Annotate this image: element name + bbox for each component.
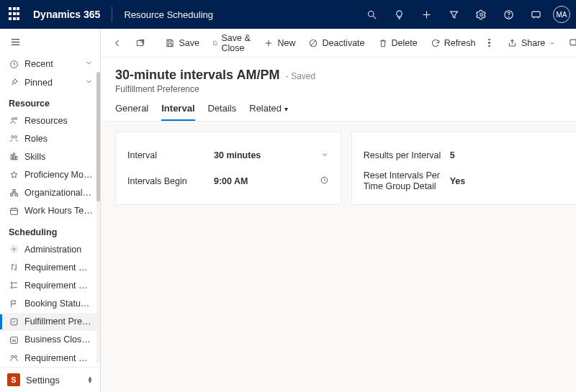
- sidebar-item-label: Organizational Un…: [24, 188, 93, 198]
- lightbulb-icon[interactable]: [389, 4, 409, 24]
- sidebar-item-label: Booking Statuses: [24, 298, 93, 309]
- svg-rect-37: [168, 43, 172, 46]
- field-value: 5: [450, 150, 565, 160]
- skills-icon: [9, 152, 19, 162]
- svg-point-12: [12, 118, 14, 120]
- roles-icon: [9, 134, 19, 144]
- svg-point-14: [11, 136, 13, 138]
- chevron-down-icon: ▾: [284, 105, 288, 113]
- field-results-per-interval[interactable]: Results per Interval 5: [364, 142, 565, 168]
- app-launcher-icon[interactable]: [9, 7, 23, 22]
- svg-rect-19: [12, 189, 14, 191]
- main-content: Save Save & Close New Deactivate Delete …: [101, 29, 576, 392]
- field-interval[interactable]: Interval 30 minutes: [127, 142, 329, 168]
- svg-line-1: [373, 16, 376, 19]
- sidebar-item-reqgroups[interactable]: Requirement Gro…: [0, 349, 100, 367]
- sidebar-item-skills[interactable]: Skills: [0, 147, 100, 165]
- sidebar-item-label: Work Hours Temp…: [24, 206, 93, 216]
- new-button[interactable]: New: [259, 35, 300, 51]
- area-switcher[interactable]: S Settings ▲▼: [0, 367, 100, 392]
- user-avatar[interactable]: MA: [553, 6, 570, 23]
- svg-rect-17: [13, 154, 14, 160]
- field-label: Intervals Begin: [127, 176, 214, 186]
- tab-details[interactable]: Details: [208, 103, 237, 121]
- settings-icon[interactable]: [471, 4, 491, 24]
- svg-rect-36: [168, 40, 171, 42]
- save-close-button[interactable]: Save & Close: [208, 30, 256, 56]
- org-icon: [9, 188, 19, 198]
- sidebar-item-orgunits[interactable]: Organizational Un…: [0, 184, 100, 202]
- svg-line-41: [311, 40, 316, 45]
- svg-rect-18: [15, 157, 17, 160]
- chevron-down-icon[interactable]: [320, 150, 329, 161]
- priority-icon: [9, 263, 19, 273]
- sidebar-pinned[interactable]: Pinned: [0, 73, 100, 91]
- assistant-panel-button[interactable]: [564, 35, 576, 51]
- refresh-button[interactable]: Refresh: [426, 35, 480, 51]
- share-button[interactable]: Share: [503, 35, 560, 51]
- card-right: Results per Interval 5 Reset Intervals P…: [351, 132, 576, 205]
- flag-icon: [9, 298, 19, 309]
- sidebar-item-closures[interactable]: Business Closures: [0, 331, 100, 349]
- page-title: 30-minute intervals AM/PM: [115, 68, 279, 82]
- sidebar-item-resources[interactable]: Resources: [0, 111, 100, 129]
- tab-related[interactable]: Related▾: [249, 103, 288, 121]
- divider: [112, 6, 112, 22]
- sidebar-item-label: Requirement Gro…: [24, 353, 93, 363]
- chevron-down-icon: [85, 78, 93, 88]
- sidebar-item-label: Pinned: [24, 78, 79, 88]
- module-label: Resource Scheduling: [124, 9, 213, 20]
- sidebar-item-fulfillment[interactable]: Fulfillment Prefer…: [0, 313, 100, 331]
- back-button[interactable]: [108, 35, 127, 51]
- sidebar-section-scheduling: Scheduling: [0, 220, 100, 240]
- help-icon[interactable]: [498, 4, 518, 24]
- svg-point-6: [508, 17, 509, 17]
- filter-icon[interactable]: [444, 4, 464, 24]
- svg-rect-20: [10, 193, 12, 196]
- form-body: Interval 30 minutes Intervals Begin 9:00…: [101, 122, 576, 392]
- sidebar-item-label: Skills: [24, 152, 93, 162]
- delete-button[interactable]: Delete: [374, 35, 422, 51]
- sidebar-item-roles[interactable]: Roles: [0, 129, 100, 147]
- clock-icon: [9, 59, 19, 69]
- sidebar-item-proficiency[interactable]: Proficiency Models: [0, 166, 100, 184]
- field-value: Yes: [450, 176, 565, 186]
- sidebar-item-label: Fulfillment Prefer…: [24, 316, 93, 327]
- pin-icon: [9, 78, 19, 88]
- sidebar-item-workhours[interactable]: Work Hours Temp…: [0, 202, 100, 220]
- search-icon[interactable]: [361, 4, 382, 24]
- tab-general[interactable]: General: [115, 103, 148, 121]
- sidebar-item-bookingstatuses[interactable]: Booking Statuses: [0, 294, 100, 312]
- sidebar-item-label: Resources: [24, 116, 93, 126]
- add-icon[interactable]: [416, 4, 436, 24]
- sidebar-item-reqpriority[interactable]: Requirement Prior…: [0, 258, 100, 276]
- sidebar: Recent Pinned Resource Resources Roles S…: [0, 29, 101, 392]
- sidebar-recent[interactable]: Recent: [0, 55, 100, 73]
- open-new-window-button[interactable]: [131, 35, 150, 51]
- sidebar-item-label: Proficiency Models: [24, 170, 93, 180]
- hamburger-icon[interactable]: [0, 29, 100, 55]
- global-nav-bar: Dynamics 365 Resource Scheduling MA: [0, 0, 576, 29]
- sidebar-item-label: Requirement Prior…: [24, 263, 93, 273]
- sidebar-item-administration[interactable]: Administration: [0, 240, 100, 258]
- svg-point-34: [14, 355, 17, 357]
- svg-point-27: [11, 283, 12, 284]
- calendar-icon: [9, 206, 19, 216]
- svg-rect-42: [570, 40, 576, 45]
- svg-point-13: [14, 118, 17, 120]
- field-value: 30 minutes: [214, 150, 329, 161]
- overflow-button[interactable]: [484, 36, 495, 50]
- svg-point-28: [11, 287, 12, 288]
- svg-point-4: [480, 13, 482, 16]
- field-intervals-begin[interactable]: Intervals Begin 9:00 AM: [127, 168, 329, 194]
- field-reset-intervals[interactable]: Reset Intervals Per Time Group Detail Ye…: [364, 168, 565, 194]
- tab-interval[interactable]: Interval: [161, 103, 194, 121]
- sidebar-item-reqstatus[interactable]: Requirement Stat…: [0, 276, 100, 294]
- field-label: Reset Intervals Per Time Group Detail: [364, 170, 450, 192]
- save-button[interactable]: Save: [161, 35, 204, 51]
- area-label: Settings: [26, 375, 81, 386]
- assistant-icon[interactable]: [526, 4, 546, 24]
- clock-icon[interactable]: [320, 176, 329, 187]
- deactivate-button[interactable]: Deactivate: [304, 35, 369, 51]
- sidebar-scrollbar[interactable]: [96, 72, 100, 363]
